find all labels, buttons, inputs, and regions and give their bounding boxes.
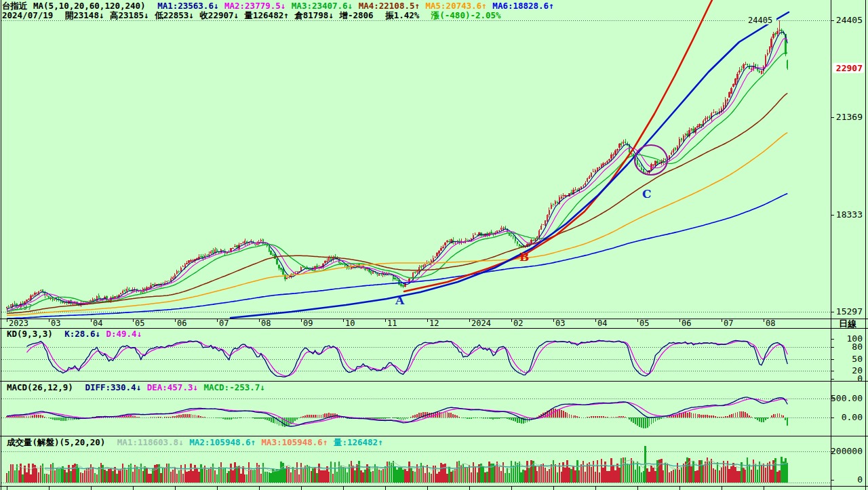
x-axis-label: 08	[766, 319, 775, 328]
axis-tick-label: 200000	[831, 446, 863, 456]
axis-tick-label: 0	[857, 373, 863, 384]
x-axis-label: 07	[219, 319, 229, 328]
high-price-label: 24405	[748, 16, 772, 25]
x-axis-label: 03	[555, 319, 565, 328]
x-axis-label: 05	[135, 319, 144, 328]
x-axis-label: 04	[93, 319, 102, 328]
axis-tick-label: 50	[852, 354, 863, 364]
axis-tick-label: 21369	[836, 112, 863, 122]
x-axis-label: 03	[51, 319, 60, 328]
x-axis-label: 12	[429, 319, 439, 328]
x-axis-label: 2023	[9, 319, 28, 328]
x-axis-label: 07	[724, 319, 733, 328]
axis-tick-label: 18333	[836, 209, 863, 220]
axis-tick-label: 0.00	[842, 412, 863, 422]
x-axis-label: 04	[597, 319, 607, 328]
period-label[interactable]: 日線	[839, 319, 857, 329]
x-axis-label: 10	[345, 319, 355, 328]
current-price-label: 22907	[836, 63, 863, 73]
annotation-letter-A[interactable]: A	[395, 293, 405, 307]
x-axis-label: 06	[682, 319, 691, 328]
annotation-letter-B[interactable]: B	[519, 250, 529, 264]
chart-canvas[interactable]: 15297ABC24405202303040506070809101112202…	[0, 0, 868, 490]
axis-tick-label: 0	[857, 474, 863, 485]
x-axis-label: 11	[387, 319, 397, 328]
x-axis-label: 06	[177, 319, 186, 328]
axis-tick-label: 24405	[836, 15, 863, 25]
x-axis-label: 09	[303, 319, 313, 328]
x-axis-label: 02	[513, 319, 523, 328]
axis-tick-label: 500.00	[831, 393, 863, 403]
axis-tick-label: 15297	[836, 306, 863, 317]
annotation-letter-C[interactable]: C	[642, 187, 652, 201]
trading-app-window: 15297ABC24405202303040506070809101112202…	[0, 0, 868, 490]
x-axis-label: 08	[261, 319, 271, 328]
x-axis-label: 05	[639, 319, 649, 328]
x-axis-label: 2024	[471, 319, 491, 328]
axis-tick-label: 80	[852, 342, 863, 352]
